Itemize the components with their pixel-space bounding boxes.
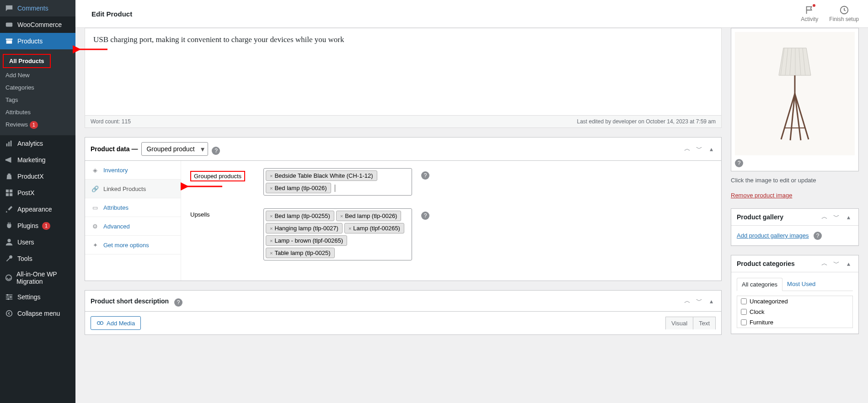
sidebar-subitem-categories[interactable]: Categories — [0, 81, 75, 94]
pd-tab-linked[interactable]: 🔗 Linked Products — [85, 180, 181, 198]
product-token[interactable]: ×Bed lamp (tlp-0026) — [266, 183, 331, 193]
move-down-icon[interactable]: ﹀ — [695, 144, 704, 154]
upsells-input[interactable]: ×Bed lamp (tlp-00255)×Bed lamp (tlp-0026… — [263, 208, 412, 260]
move-down-icon[interactable]: ﹀ — [695, 297, 704, 306]
sidebar-item-analytics[interactable]: Analytics — [0, 135, 75, 152]
product-data-title: Product data — — [91, 145, 138, 153]
collapse-panel-icon[interactable]: ▴ — [844, 212, 853, 222]
product-token[interactable]: ×Lamp - brown (tlpf-00265) — [266, 235, 347, 246]
sidebar-subitem-all-products[interactable]: All Products — [3, 54, 51, 68]
product-token[interactable]: ×Lamp (tlpf-00265) — [344, 223, 404, 233]
move-up-icon[interactable]: ︿ — [683, 144, 692, 154]
cat-tab-all[interactable]: All categories — [737, 278, 782, 291]
help-icon[interactable]: ? — [814, 232, 822, 240]
svg-point-20 — [97, 322, 100, 324]
help-icon[interactable]: ? — [212, 147, 220, 155]
remove-token-icon[interactable]: × — [270, 238, 273, 244]
category-checkbox[interactable] — [741, 309, 747, 315]
visual-tab[interactable]: Visual — [665, 317, 693, 329]
svg-rect-0 — [6, 23, 12, 27]
pd-tab-advanced[interactable]: ⚙ Advanced — [85, 217, 181, 236]
help-icon[interactable]: ? — [735, 159, 743, 167]
attributes-icon: ▭ — [91, 204, 99, 211]
svg-point-16 — [6, 311, 12, 317]
short-desc-toolbar: Add Media Visual Text — [85, 312, 722, 335]
sidebar-item-marketing[interactable]: Marketing — [0, 152, 75, 168]
remove-token-icon[interactable]: × — [340, 213, 343, 219]
editor-content[interactable]: USB charging port, making it convenient … — [85, 28, 721, 115]
add-gallery-link[interactable]: Add product gallery images — [737, 232, 809, 239]
svg-point-8 — [7, 239, 11, 242]
add-media-button[interactable]: Add Media — [91, 316, 141, 330]
pd-tab-get-more[interactable]: ✦ Get more options — [85, 236, 181, 255]
category-item[interactable]: Uncategorized — [737, 296, 852, 307]
sidebar-subitem-add-new[interactable]: Add New — [0, 69, 75, 81]
sidebar-subitem-tags[interactable]: Tags — [0, 94, 75, 106]
rocket-icon: ✦ — [91, 241, 99, 249]
pd-tab-inventory[interactable]: ◈ Inventory — [85, 161, 181, 180]
help-icon[interactable]: ? — [421, 171, 429, 180]
product-image[interactable] — [735, 32, 855, 155]
wrench-icon — [5, 254, 14, 263]
text-tab[interactable]: Text — [693, 317, 716, 329]
activity-action[interactable]: Activity — [801, 5, 818, 22]
sidebar-subitem-attributes[interactable]: Attributes — [0, 106, 75, 118]
grid-icon — [5, 188, 14, 197]
category-checkbox[interactable] — [741, 298, 747, 304]
sidebar-item-users[interactable]: Users — [0, 234, 75, 250]
remove-token-icon[interactable]: × — [270, 173, 273, 179]
category-item[interactable]: Furniture — [737, 317, 852, 328]
remove-token-icon[interactable]: × — [270, 226, 273, 231]
sidebar-label: ProductX — [17, 173, 44, 180]
sidebar-item-woocommerce[interactable]: WooCommerce — [0, 16, 75, 33]
svg-rect-4 — [6, 190, 9, 192]
product-token[interactable]: ×Bed lamp (tlp-00255) — [266, 211, 334, 221]
move-up-icon[interactable]: ︿ — [820, 259, 829, 268]
product-token[interactable]: ×Bedside Table Black White (CH-1-12) — [266, 170, 377, 181]
sliders-icon — [5, 292, 14, 302]
sidebar-item-postx[interactable]: PostX — [0, 185, 75, 201]
category-list[interactable]: UncategorizedClockFurniture — [737, 296, 853, 328]
pd-tab-attributes[interactable]: ▭ Attributes — [85, 198, 181, 217]
comment-icon — [5, 4, 14, 13]
grouped-products-input[interactable]: ×Bedside Table Black White (CH-1-12)×Bed… — [263, 168, 412, 196]
product-type-select[interactable]: Grouped product — [141, 142, 208, 156]
move-down-icon[interactable]: ﹀ — [832, 259, 841, 268]
last-edited: Last edited by developer on October 14, … — [577, 118, 716, 125]
sidebar-item-tools[interactable]: Tools — [0, 250, 75, 267]
sidebar-subitem-reviews[interactable]: Reviews 1 — [0, 118, 75, 132]
remove-token-icon[interactable]: × — [270, 186, 273, 191]
move-down-icon[interactable]: ﹀ — [832, 212, 841, 222]
remove-token-icon[interactable]: × — [270, 213, 273, 219]
sidebar-item-products[interactable]: Products — [0, 33, 75, 49]
remove-image-link[interactable]: Remove product image — [731, 192, 792, 199]
sidebar-item-plugins[interactable]: Plugins 1 — [0, 217, 75, 234]
svg-rect-6 — [6, 193, 9, 196]
collapse-panel-icon[interactable]: ▴ — [707, 297, 716, 306]
woocommerce-icon — [5, 20, 14, 29]
short-desc-header: Product short description ? ︿ ﹀ ▴ — [85, 290, 722, 312]
category-checkbox[interactable] — [741, 319, 747, 325]
move-up-icon[interactable]: ︿ — [820, 212, 829, 222]
remove-token-icon[interactable]: × — [270, 250, 273, 256]
editor-mode-tabs: Visual Text — [665, 317, 716, 329]
finish-setup-action[interactable]: Finish setup — [829, 5, 859, 22]
collapse-panel-icon[interactable]: ▴ — [707, 144, 716, 154]
remove-token-icon[interactable]: × — [348, 226, 351, 231]
move-up-icon[interactable]: ︿ — [683, 297, 692, 306]
product-token[interactable]: ×Bed lamp (tlp-0026) — [336, 211, 402, 221]
help-icon[interactable]: ? — [421, 212, 429, 220]
sidebar-item-comments[interactable]: Comments — [0, 0, 75, 16]
sidebar-item-settings[interactable]: Settings — [0, 289, 75, 305]
sidebar-item-aiowp[interactable]: All-in-One WP Migration — [0, 267, 75, 289]
sidebar-item-collapse[interactable]: Collapse menu — [0, 305, 75, 322]
cat-tab-most-used[interactable]: Most Used — [782, 278, 820, 291]
sidebar-item-productx[interactable]: ProductX — [0, 168, 75, 185]
collapse-panel-icon[interactable]: ▴ — [844, 259, 853, 268]
help-icon[interactable]: ? — [174, 298, 182, 307]
product-token[interactable]: ×Table lamp (tlp-0025) — [266, 248, 335, 258]
sidebar-item-appearance[interactable]: Appearance — [0, 201, 75, 217]
category-item[interactable]: Clock — [737, 307, 852, 317]
svg-point-15 — [7, 298, 9, 300]
product-token[interactable]: ×Hanging lamp (tlp-0027) — [266, 223, 343, 233]
